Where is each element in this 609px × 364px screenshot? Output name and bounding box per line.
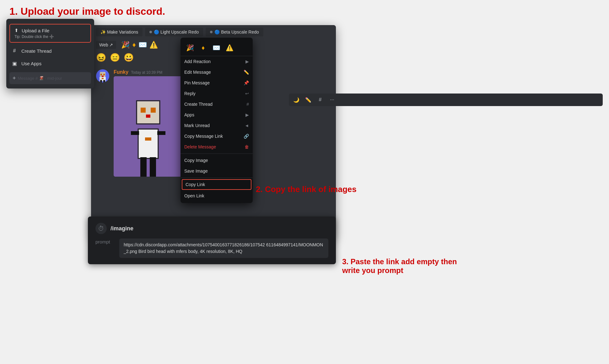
emoji-toolbar-0[interactable]: 🎉 bbox=[121, 41, 130, 49]
svg-rect-17 bbox=[145, 137, 151, 141]
upload-file-button[interactable]: ⬆ Upload a File Tip: Double click the ➕ bbox=[9, 24, 91, 43]
imagine-panel: ⏱ /imagine prompt https://cdn.discordapp… bbox=[88, 217, 336, 264]
pin-message-item[interactable]: Pin Message 📌 bbox=[181, 78, 253, 88]
upload-panel: ⬆ Upload a File Tip: Double click the ➕ … bbox=[6, 19, 94, 88]
emoji-toolbar-3[interactable]: ⚠️ bbox=[149, 41, 158, 49]
message-image bbox=[114, 76, 183, 177]
prompt-row: prompt https://cdn.discordapp.com/attach… bbox=[95, 238, 328, 258]
web-button[interactable]: Web ↗ bbox=[96, 41, 116, 49]
light-upscale-label: 🔵 Light Upscale Redo bbox=[154, 29, 199, 35]
svg-rect-15 bbox=[151, 108, 156, 113]
step3-instruction: 3. Paste the link add empty then write y… bbox=[342, 257, 468, 275]
toolbar-edit[interactable]: ✏️ bbox=[303, 95, 313, 105]
plus-icon-small[interactable]: + bbox=[13, 75, 16, 82]
upload-icon: ⬆ bbox=[14, 28, 19, 33]
prompt-value: https://cdn.discordapp.com/attachments/1… bbox=[124, 242, 323, 254]
create-thread-label: Create Thread bbox=[21, 48, 51, 54]
emoji-toolbar-1[interactable]: ♦ bbox=[132, 41, 136, 49]
reaction-btn-1[interactable]: ♦ bbox=[197, 42, 209, 53]
make-variations-btn[interactable]: ✨ Make Variations bbox=[96, 28, 143, 36]
add-reaction-arrow: ▶ bbox=[245, 59, 249, 64]
step2-instruction: 2. Copy the link of images bbox=[256, 185, 357, 194]
reaction-emoji-1[interactable]: 😑 bbox=[110, 53, 120, 62]
svg-rect-14 bbox=[141, 108, 146, 113]
edit-message-item[interactable]: Edit Message ✏️ bbox=[181, 67, 253, 78]
avatar bbox=[96, 69, 109, 83]
copy-link-item[interactable]: Copy Link bbox=[182, 179, 251, 190]
reaction-btn-3[interactable]: ⚠️ bbox=[224, 42, 235, 53]
light-upscale-dot bbox=[149, 31, 152, 33]
edit-icon: ✏️ bbox=[244, 70, 249, 75]
reaction-emoji-2[interactable]: 😀 bbox=[124, 53, 134, 62]
toolbar-more[interactable]: ··· bbox=[327, 95, 337, 105]
channel-buttons-row: ✨ Make Variations 🔵 Light Upscale Redo 🔵… bbox=[91, 25, 336, 39]
create-thread-item[interactable]: # Create Thread bbox=[6, 45, 94, 57]
toolbar-moon[interactable]: 🌙 bbox=[291, 95, 301, 105]
edit-message-label: Edit Message bbox=[184, 70, 211, 75]
copy-message-link-item[interactable]: Copy Message Link 🔗 bbox=[181, 131, 253, 142]
use-apps-item[interactable]: ▣ Use Apps bbox=[6, 57, 94, 70]
svg-rect-20 bbox=[131, 131, 139, 135]
reply-icon: ↩ bbox=[245, 91, 249, 96]
context-menu: 🎉 ♦ ✉️ ⚠️ Add Reaction ▶ Edit Message ✏️… bbox=[181, 38, 253, 203]
create-thread-item-ctx[interactable]: Create Thread # bbox=[181, 99, 253, 110]
svg-rect-16 bbox=[146, 115, 150, 118]
upload-label: Upload a File bbox=[22, 28, 49, 33]
mark-unread-item[interactable]: Mark Unread ◄ bbox=[181, 120, 253, 131]
web-label: Web ↗ bbox=[99, 42, 113, 47]
reaction-btn-2[interactable]: ✉️ bbox=[211, 42, 222, 53]
svg-rect-10 bbox=[139, 130, 158, 158]
step1-instruction: 1. Upload your image to discord. bbox=[9, 6, 165, 17]
copy-link-label: Copy Link bbox=[186, 182, 205, 187]
svg-rect-6 bbox=[102, 78, 104, 79]
save-image-label: Save Image bbox=[184, 169, 208, 174]
delete-message-item[interactable]: Delete Message 🗑 bbox=[181, 142, 253, 152]
svg-rect-3 bbox=[103, 74, 105, 75]
prompt-label: prompt bbox=[95, 238, 114, 244]
reaction-btn-0[interactable]: 🎉 bbox=[184, 42, 196, 53]
reply-label: Reply bbox=[184, 91, 196, 96]
mark-unread-icon: ◄ bbox=[245, 123, 249, 128]
make-variations-label: ✨ Make Variations bbox=[100, 29, 138, 35]
emoji-quick-reactions: 🎉 ♦ ✉️ ⚠️ bbox=[181, 40, 253, 56]
reaction-emoji-0[interactable]: 😖 bbox=[96, 53, 106, 62]
pin-icon: 📌 bbox=[244, 80, 249, 85]
beta-upscale-btn[interactable]: 🔵 Beta Upscale Redo bbox=[206, 28, 263, 36]
open-link-label: Open Link bbox=[184, 193, 204, 198]
apps-label: Apps bbox=[184, 112, 194, 117]
prompt-value-box: https://cdn.discordapp.com/attachments/1… bbox=[119, 238, 328, 258]
open-link-item[interactable]: Open Link bbox=[181, 190, 253, 201]
copy-image-item[interactable]: Copy Image bbox=[181, 155, 253, 166]
svg-rect-19 bbox=[150, 157, 156, 177]
svg-rect-21 bbox=[157, 131, 165, 135]
svg-rect-12 bbox=[137, 101, 159, 123]
apps-arrow: ▶ bbox=[245, 112, 249, 117]
beta-upscale-dot bbox=[210, 31, 213, 33]
upload-tip: Tip: Double click the ➕ bbox=[14, 35, 86, 39]
toolbar-thread[interactable]: # bbox=[315, 95, 325, 105]
use-apps-label: Use Apps bbox=[21, 61, 41, 66]
mark-unread-label: Mark Unread bbox=[184, 123, 210, 128]
imagine-command-text: /imagine bbox=[110, 225, 133, 232]
clock-icon: ⏱ bbox=[95, 223, 107, 234]
svg-rect-8 bbox=[103, 80, 105, 83]
copy-message-link-label: Copy Message Link bbox=[184, 134, 223, 139]
emoji-toolbar-2[interactable]: ✉️ bbox=[138, 41, 147, 49]
context-divider-1 bbox=[181, 153, 253, 154]
message-input-placeholder-1[interactable]: Message # 🌋 · mid-jour bbox=[18, 76, 62, 81]
create-thread-label-ctx: Create Thread bbox=[184, 102, 213, 107]
username: Funky bbox=[114, 69, 128, 75]
delete-icon: 🗑 bbox=[245, 144, 249, 149]
light-upscale-btn[interactable]: 🔵 Light Upscale Redo bbox=[145, 28, 203, 36]
message-toolbar: 🌙 ✏️ # ··· bbox=[289, 94, 603, 106]
reply-item[interactable]: Reply ↩ bbox=[181, 88, 253, 99]
imagine-command-row: ⏱ /imagine bbox=[95, 223, 328, 234]
save-image-item[interactable]: Save Image bbox=[181, 166, 253, 176]
add-reaction-item[interactable]: Add Reaction ▶ bbox=[181, 56, 253, 67]
apps-item[interactable]: Apps ▶ bbox=[181, 110, 253, 120]
thread-icon: # bbox=[11, 48, 18, 54]
delete-message-label: Delete Message bbox=[184, 144, 216, 149]
apps-icon: ▣ bbox=[11, 60, 18, 67]
copy-image-label: Copy Image bbox=[184, 158, 208, 163]
context-divider-2 bbox=[181, 178, 253, 178]
